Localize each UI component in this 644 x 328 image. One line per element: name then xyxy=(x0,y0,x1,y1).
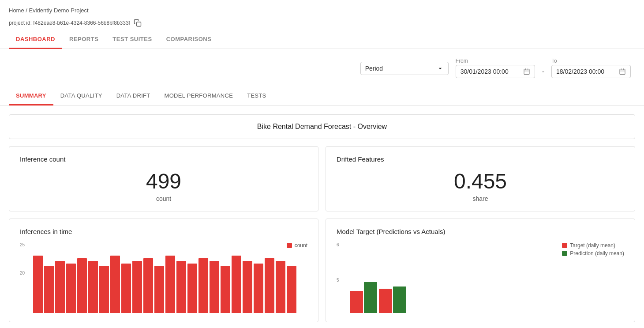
bar xyxy=(66,264,76,313)
to-filter-group: To 18/02/2023 00:00 xyxy=(551,58,631,78)
breadcrumb-home[interactable]: Home xyxy=(9,7,24,14)
legend-label-count: count xyxy=(295,242,307,249)
bar xyxy=(132,261,142,313)
bar xyxy=(287,266,296,313)
metrics-row: Inference count 499 count Drifted Featur… xyxy=(9,146,635,211)
y-label-20: 20 xyxy=(20,271,25,275)
inference-count-title: Inference count xyxy=(20,155,307,163)
chart-row: Inferences in time 25 20 count Model Tar… xyxy=(9,219,635,322)
main-content: Bike Rental Demand Forecast - Overview I… xyxy=(0,106,644,322)
svg-rect-5 xyxy=(620,69,625,75)
to-label: To xyxy=(551,58,631,64)
legend-dot-target xyxy=(562,243,567,248)
legend-target-row: Target (daily mean) xyxy=(562,242,615,249)
bar-group xyxy=(350,282,377,313)
legend-label-target: Target (daily mean) xyxy=(570,242,615,249)
overview-title: Bike Rental Demand Forecast - Overview xyxy=(257,123,387,130)
bar xyxy=(221,266,230,313)
bar xyxy=(44,266,54,313)
nav-tab-dashboard[interactable]: DASHBOARD xyxy=(9,30,62,49)
target-bar xyxy=(379,289,392,313)
bar xyxy=(210,261,219,313)
bar xyxy=(154,266,164,313)
drifted-features-unit: share xyxy=(337,195,624,202)
copy-icon[interactable] xyxy=(134,19,142,27)
sub-tab-tests[interactable]: TESTS xyxy=(240,87,273,106)
from-date-value: 30/01/2023 00:00 xyxy=(461,68,520,75)
bar xyxy=(187,264,197,313)
nav-tab-test-suites[interactable]: TEST SUITES xyxy=(105,30,159,49)
bar xyxy=(254,264,263,313)
to-date-picker[interactable]: 18/02/2023 00:00 xyxy=(551,65,631,78)
period-value: Period xyxy=(365,65,437,72)
sub-tabs: SUMMARY DATA QUALITY DATA DRIFT MODEL PE… xyxy=(0,87,644,106)
inference-count-value: 499 xyxy=(20,170,307,193)
inference-count-card: Inference count 499 count xyxy=(9,146,318,211)
inferences-in-time-title: Inferences in time xyxy=(20,228,307,235)
svg-rect-0 xyxy=(137,22,141,26)
sub-tab-data-quality[interactable]: DATA QUALITY xyxy=(53,87,109,106)
y-label-5: 5 xyxy=(337,278,339,283)
bar xyxy=(55,261,65,313)
project-id-row: project id: f482eae8-b61e-4324-8366-56b8… xyxy=(0,17,644,27)
bar-group xyxy=(379,287,406,313)
breadcrumb-separator: / xyxy=(26,7,27,14)
bar xyxy=(121,264,131,313)
sub-tab-summary[interactable]: SUMMARY xyxy=(9,87,53,106)
from-filter-group: From 30/01/2023 00:00 xyxy=(456,58,535,78)
bar xyxy=(243,261,252,313)
period-filter-group: Period xyxy=(360,61,449,75)
breadcrumb: Home / Evidently Demo Project xyxy=(0,0,644,17)
sub-tab-model-performance[interactable]: MODEL PERFORMANCE xyxy=(157,87,240,106)
legend-dot-prediction xyxy=(562,251,567,256)
y-label-25: 25 xyxy=(20,242,25,247)
overview-card: Bike Rental Demand Forecast - Overview xyxy=(9,114,635,139)
bar xyxy=(33,256,43,313)
legend-dot-count xyxy=(287,243,292,248)
prediction-bar xyxy=(364,282,377,313)
filter-bar: Period From 30/01/2023 00:00 - To 18/02/… xyxy=(0,49,644,83)
bar xyxy=(77,258,87,313)
calendar-icon-from xyxy=(523,68,530,75)
inference-count-unit: count xyxy=(20,195,307,202)
project-id-label: project id: f482eae8-b61e-4324-8366-56b8… xyxy=(9,20,130,26)
y-label-6: 6 xyxy=(337,242,339,247)
bar xyxy=(110,256,120,313)
drifted-features-title: Drifted Features xyxy=(337,155,624,163)
bar xyxy=(276,261,285,313)
legend-prediction-row: Prediction (daily mean) xyxy=(562,250,624,256)
model-target-chart-area: 6 5 Target (daily mean) Prediction (dail… xyxy=(337,242,624,313)
svg-rect-1 xyxy=(524,69,529,75)
period-select[interactable]: Period xyxy=(360,62,449,75)
bar xyxy=(198,258,208,313)
breadcrumb-project[interactable]: Evidently Demo Project xyxy=(29,7,89,14)
bar xyxy=(143,258,153,313)
inferences-in-time-card: Inferences in time 25 20 count xyxy=(9,219,318,322)
nav-tab-comparisons[interactable]: COMPARISONS xyxy=(159,30,219,49)
bar xyxy=(99,266,109,313)
target-bar xyxy=(350,291,363,313)
bar xyxy=(88,261,98,313)
date-range-dash: - xyxy=(542,68,544,78)
drifted-features-value: 0.455 xyxy=(337,170,624,193)
calendar-icon-to xyxy=(619,68,626,75)
drifted-features-card: Drifted Features 0.455 share xyxy=(326,146,635,211)
bar xyxy=(176,261,186,313)
from-label: From xyxy=(456,58,535,64)
bar xyxy=(165,256,175,313)
bar-chart-inferences xyxy=(20,242,307,313)
nav-tab-reports[interactable]: REPORTS xyxy=(62,30,105,49)
bar xyxy=(232,256,241,313)
bar xyxy=(265,258,274,313)
nav-tabs: DASHBOARD REPORTS TEST SUITES COMPARISON… xyxy=(0,30,644,49)
legend-label-prediction: Prediction (daily mean) xyxy=(570,250,624,256)
model-target-card: Model Target (Predictions vs Actuals) 6 … xyxy=(326,219,635,322)
model-target-legend: Target (daily mean) Prediction (daily me… xyxy=(562,242,624,256)
from-date-picker[interactable]: 30/01/2023 00:00 xyxy=(456,65,535,78)
inferences-legend: count xyxy=(287,242,307,249)
to-date-value: 18/02/2023 00:00 xyxy=(556,68,616,75)
inferences-chart-area: 25 20 count xyxy=(20,242,307,313)
sub-tab-data-drift[interactable]: DATA DRIFT xyxy=(109,87,157,106)
chevron-down-icon xyxy=(437,65,444,72)
model-target-title: Model Target (Predictions vs Actuals) xyxy=(337,228,624,235)
